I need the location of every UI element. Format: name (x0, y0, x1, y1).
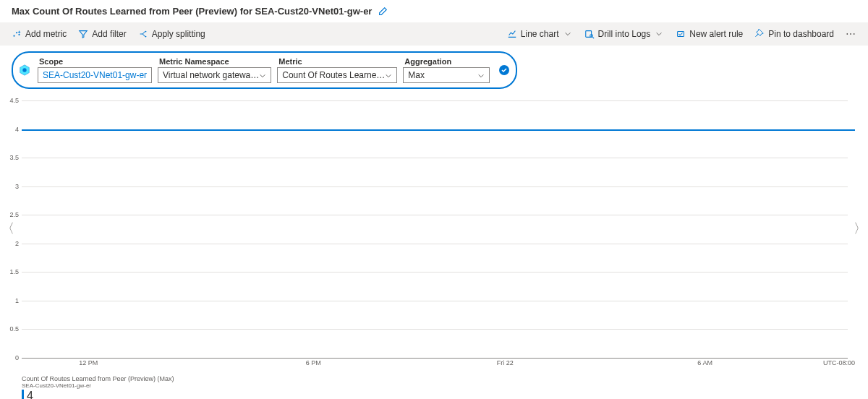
new-alert-rule-button[interactable]: New alert rule (676, 29, 743, 39)
metric-dropdown[interactable]: Count Of Routes Learne… (277, 67, 397, 83)
legend[interactable]: Count Of Routes Learned from Peer (Previ… (0, 371, 868, 399)
y-tick: 2 (15, 240, 19, 247)
add-filter-label: Add filter (92, 29, 126, 39)
confirm-icon[interactable] (498, 64, 510, 76)
aggregation-value: Max (408, 70, 425, 80)
alert-icon (676, 29, 686, 39)
gridline (22, 244, 848, 244)
pin-icon (754, 29, 765, 39)
y-tick: 1 (15, 297, 19, 304)
x-tick: 6 AM (697, 359, 712, 366)
resource-icon (17, 63, 32, 77)
aggregation-label: Aggregation (403, 57, 490, 66)
x-tick: 6 PM (306, 359, 321, 366)
line-chart-icon (507, 29, 517, 39)
aggregation-dropdown[interactable]: Max (403, 67, 490, 83)
apply-splitting-label: Apply splitting (152, 29, 205, 39)
svg-rect-7 (678, 32, 684, 37)
add-filter-button[interactable]: Add filter (78, 29, 126, 39)
timezone-label: UTC-08:00 (823, 359, 855, 366)
gridline (22, 100, 848, 101)
svg-point-4 (145, 36, 146, 38)
metric-label: Metric (277, 57, 397, 66)
svg-point-1 (16, 32, 17, 33)
add-metric-icon (12, 29, 22, 39)
legend-value: 4 (22, 390, 856, 399)
y-tick: 3.5 (9, 154, 19, 161)
gridline (22, 158, 848, 158)
new-alert-rule-label: New alert rule (689, 29, 743, 39)
pin-to-dashboard-label: Pin to dashboard (768, 29, 834, 39)
scope-dropdown[interactable]: SEA-Cust20-VNet01-gw-er (38, 67, 152, 83)
gridline (22, 186, 848, 187)
y-tick: 4 (15, 126, 19, 133)
svg-point-8 (22, 68, 26, 72)
add-metric-label: Add metric (25, 29, 67, 39)
chart-plot[interactable] (22, 100, 855, 358)
scope-value: SEA-Cust20-VNet01-gw-er (43, 70, 147, 80)
chevron-down-icon (654, 29, 664, 39)
namespace-value: Virtual network gatewa… (163, 70, 259, 80)
add-metric-button[interactable]: Add metric (12, 29, 67, 39)
metric-value: Count Of Routes Learne… (282, 70, 385, 80)
chevron-down-icon (259, 72, 266, 79)
apply-splitting-button[interactable]: Apply splitting (138, 29, 205, 39)
svg-point-0 (13, 35, 14, 37)
scope-label: Scope (38, 57, 152, 66)
drill-into-logs-label: Drill into Logs (598, 29, 651, 39)
gridline (22, 272, 848, 273)
chevron-down-icon (477, 72, 485, 79)
svg-point-3 (145, 31, 146, 33)
filter-icon (78, 29, 88, 39)
logs-icon (584, 29, 595, 39)
namespace-dropdown[interactable]: Virtual network gatewa… (158, 67, 271, 83)
drill-into-logs-button[interactable]: Drill into Logs (584, 29, 665, 39)
metric-query-bubble: Scope SEA-Cust20-VNet01-gw-er Metric Nam… (12, 51, 517, 89)
more-button[interactable]: ⋯ (846, 28, 856, 40)
y-tick: 1.5 (9, 268, 19, 275)
line-chart-label: Line chart (521, 29, 559, 39)
chevron-down-icon (385, 72, 392, 79)
gridline (22, 301, 848, 301)
svg-point-2 (18, 34, 20, 35)
legend-title: Count Of Routes Learned from Peer (Previ… (22, 375, 856, 382)
chevron-down-icon (563, 29, 573, 39)
more-icon: ⋯ (846, 28, 856, 40)
chart-area: 4.5 4 3.5 3 2.5 2 1.5 1 0.5 0 12 PM 6 PM… (22, 100, 862, 368)
svg-rect-5 (585, 31, 591, 38)
y-tick: 3 (15, 183, 19, 190)
pin-to-dashboard-button[interactable]: Pin to dashboard (754, 29, 834, 39)
y-axis: 4.5 4 3.5 3 2.5 2 1.5 1 0.5 0 (0, 100, 20, 358)
legend-subtitle: SEA-Cust20-VNet01-gw-er (22, 382, 856, 389)
x-tick: 12 PM (79, 359, 98, 366)
gridline (22, 215, 848, 215)
splitting-icon (138, 29, 148, 39)
edit-icon[interactable] (378, 7, 388, 17)
line-chart-dropdown[interactable]: Line chart (507, 29, 573, 39)
y-tick: 0.5 (9, 325, 19, 332)
y-tick: 0 (15, 354, 19, 361)
x-axis: 12 PM 6 PM Fri 22 6 AM UTC-08:00 (22, 358, 855, 368)
y-tick: 2.5 (9, 211, 19, 218)
y-tick: 4.5 (9, 97, 19, 104)
data-series-line (22, 129, 855, 131)
namespace-label: Metric Namespace (158, 57, 271, 66)
gridline (22, 329, 848, 330)
page-title: Max Count Of Routes Learned from Peer (P… (12, 6, 372, 17)
x-tick: Fri 22 (497, 359, 514, 366)
